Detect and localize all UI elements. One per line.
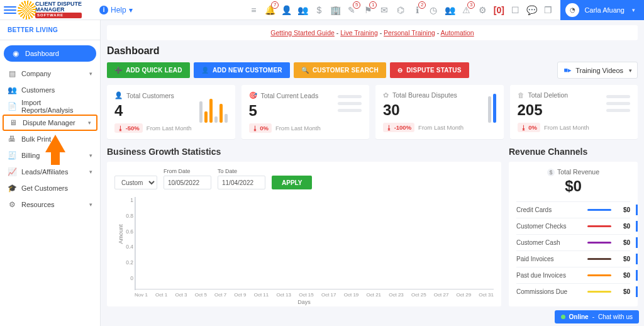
card-icon: 👤 [114, 91, 123, 99]
sidebar-item-leads-affiliates[interactable]: 📈Leads/Affiliates▾ [0, 164, 100, 180]
card-delta: ⭳ -100% [383, 123, 414, 132]
user-menu[interactable]: ◔ Carla Afuang ▾ [560, 0, 644, 20]
bell-icon[interactable]: 🔔7 [265, 5, 275, 15]
alert-icon[interactable]: ℹ2 [412, 5, 422, 15]
inbox-icon[interactable]: ☐ [510, 5, 520, 15]
link-live-training[interactable]: Live Training [340, 29, 378, 37]
warning-icon[interactable]: ⚠3 [461, 5, 471, 15]
chevron-down-icon: ▾ [89, 201, 92, 208]
menu-toggle-icon[interactable] [4, 4, 16, 16]
card-foot: From Last Month [147, 125, 192, 132]
clock-icon[interactable]: ◷ [428, 5, 438, 15]
logo-sun-icon [20, 3, 34, 17]
sitemap-icon[interactable]: ⌬ [396, 5, 406, 15]
revenue-channel: Past due Invoices$0 [516, 267, 630, 283]
sidebar-item-label: Import Reports/Analysis [21, 99, 92, 114]
chevron-down-icon: ▾ [629, 67, 632, 74]
training-videos-label: Training Videos [575, 67, 623, 74]
link-personal-training[interactable]: Personal Training [384, 29, 435, 37]
users-icon[interactable]: 👥 [297, 5, 308, 15]
card-value: 205 [518, 101, 589, 119]
dispute-status-button[interactable]: ⊖DISPUTE STATUS [390, 62, 469, 78]
sidebar-item-company[interactable]: ▤Company▾ [0, 65, 100, 82]
sidebar-item-label: Dashboard [25, 50, 59, 57]
to-date-input[interactable] [218, 176, 265, 189]
sidebar-item-label: Leads/Affiliates [21, 168, 68, 176]
channel-value: $0 [615, 239, 630, 246]
chart-xlabel: Days [297, 299, 311, 305]
channel-value: $0 [615, 256, 630, 262]
add-quick-lead-button[interactable]: ➕ADD QUICK LEAD [107, 62, 190, 78]
channel-value: $0 [615, 223, 630, 230]
user-name: Carla Afuang [584, 6, 625, 14]
sidebar-item-get-customers[interactable]: 🎓Get Customers [0, 180, 100, 196]
action-button-row: ➕ADD QUICK LEAD 👤ADD NEW CUSTOMER 🔍CUSTO… [107, 62, 638, 79]
revenue-channel: Customer Checks$0 [516, 218, 630, 234]
sidebar-item-dispute-manager[interactable]: 🖥Dispute Manager▾ [3, 115, 97, 131]
building-icon[interactable]: 🏢 [330, 5, 340, 15]
card-delta: ⭳ 0% [518, 123, 540, 132]
minus-circle-icon: ⊖ [397, 67, 402, 74]
growth-panel: Custom From Date To Date APPLY Amount 10… [107, 162, 501, 306]
stat-cards-row: 👤Total Customers4⭳ -50%From Last Month🎯T… [107, 85, 638, 139]
channel-value: $0 [615, 206, 630, 213]
menu-icon: 🖶 [8, 135, 16, 143]
from-date-input[interactable] [164, 176, 211, 189]
card-title: Total Bureau Disputes [392, 91, 457, 99]
range-select[interactable]: Custom [114, 176, 157, 189]
group-icon[interactable]: 👥 [445, 5, 455, 15]
to-date-label: To Date [218, 168, 265, 174]
search-icon: 🔍 [301, 67, 309, 74]
dollar-icon[interactable]: $ [314, 5, 324, 15]
user-icon[interactable]: 👤 [281, 5, 291, 15]
counter-red[interactable]: [0] [494, 5, 504, 15]
growth-filters: Custom From Date To Date APPLY [114, 168, 494, 189]
training-videos-select[interactable]: ■▸ Training Videos ▾ [557, 62, 638, 79]
sidebar-item-import-reports-analysis[interactable]: 📄Import Reports/Analysis [0, 98, 100, 115]
channel-name: Customer Cash [516, 239, 560, 246]
channel-color-bar [587, 274, 611, 276]
sidebar-menu: ◉Dashboard▤Company▾👥Customers📄Import Rep… [0, 40, 100, 216]
add-new-customer-button[interactable]: 👤ADD NEW CUSTOMER [194, 62, 290, 78]
callout-arrow-icon [45, 135, 65, 152]
help-label: Help [111, 6, 126, 14]
sidebar-item-customers[interactable]: 👥Customers [0, 82, 100, 98]
dollar-circle-icon: $ [547, 169, 555, 176]
apply-button[interactable]: APPLY [272, 176, 312, 189]
channel-name: Customer Checks [516, 223, 566, 230]
copy-icon[interactable]: ❐ [543, 5, 553, 15]
user-plus-icon: 👤 [201, 67, 209, 74]
sparkline-bars [199, 94, 228, 123]
customer-search-button[interactable]: 🔍CUSTOMER SEARCH [294, 62, 386, 78]
revenue-title: Revenue Channels [509, 147, 638, 157]
gear-icon[interactable]: ⚙ [477, 5, 487, 15]
channel-value: $0 [615, 288, 630, 295]
growth-section: Business Growth Statistics Custom From D… [107, 147, 501, 306]
chat-widget[interactable]: Online - Chat with us [555, 310, 640, 323]
sidebar-item-dashboard[interactable]: ◉Dashboard [4, 45, 96, 62]
sidebar-item-label: Billing [21, 152, 40, 159]
total-revenue-label: $Total Revenue [516, 168, 630, 176]
help-menu[interactable]: i Help ▾ [99, 6, 133, 14]
chevron-down-icon: ▾ [88, 120, 91, 126]
info-icon: i [99, 6, 108, 14]
page-title: Dashboard [107, 45, 638, 57]
card-value: 30 [383, 101, 464, 119]
flag-icon[interactable]: ⚑1 [363, 5, 373, 15]
mail-icon[interactable]: ✉ [379, 5, 389, 15]
stat-card: 🎯Total Current Leads5⭳ 0%From Last Month [242, 85, 370, 139]
link-automation[interactable]: Automation [441, 29, 474, 37]
chat-msg: Chat with us [598, 313, 633, 320]
sidebar: BETTER LIVING ◉Dashboard▤Company▾👥Custom… [0, 20, 101, 326]
menu-icon: 🖥 [9, 118, 18, 127]
channel-name: Credit Cards [516, 206, 552, 213]
card-value: 4 [114, 102, 192, 120]
list-icon[interactable]: ≡ [248, 5, 258, 15]
link-getting-started[interactable]: Getting Started Guide [270, 29, 335, 37]
channel-color-bar [587, 225, 611, 227]
chat-icon[interactable]: 💬 [526, 5, 536, 15]
main-area: Getting Started Guide - Live Training - … [101, 20, 644, 326]
wand-icon[interactable]: ✎5 [347, 5, 357, 15]
sidebar-item-resources[interactable]: ⚙Resources▾ [0, 196, 100, 213]
chart-yticks: 10.80.60.40.20 [121, 197, 133, 281]
